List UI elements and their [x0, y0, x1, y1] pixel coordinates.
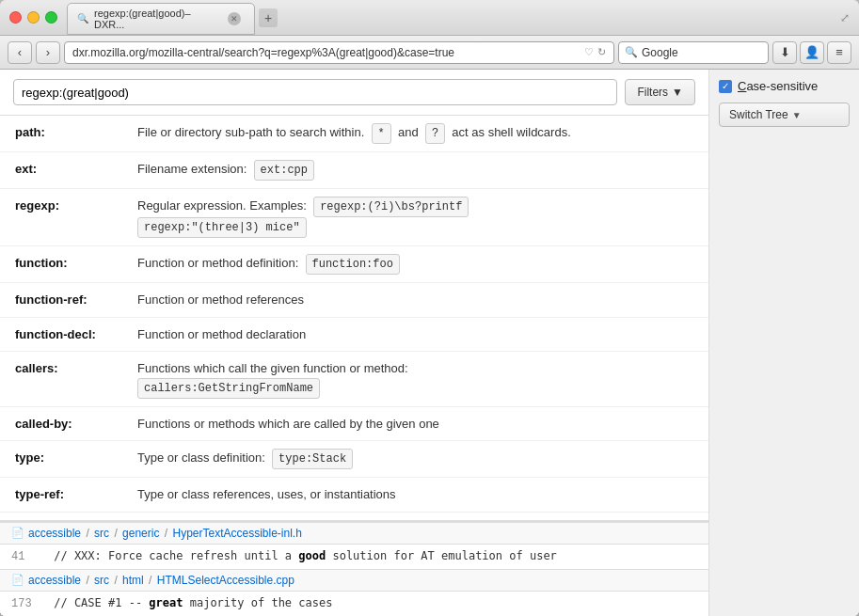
- switch-tree-arrow-icon: ▼: [792, 110, 802, 120]
- back-button[interactable]: ‹: [8, 41, 32, 64]
- case-sensitive-row: ✓ Case-sensitive: [719, 79, 850, 93]
- help-key-called-by: called-by:: [0, 406, 122, 441]
- file-icon-1: 📄: [11, 527, 24, 539]
- maximize-button[interactable]: [45, 11, 57, 24]
- search-icon: 🔍: [625, 46, 638, 58]
- code-regexp-1: regexp:(?i)\bs?printf: [313, 197, 469, 217]
- result-file-1: 📄 accessible / src / generic / HyperText…: [0, 522, 708, 545]
- user-button[interactable]: 👤: [800, 41, 824, 64]
- help-key-regexp: regexp:: [0, 189, 122, 246]
- url-bar[interactable]: dxr.mozilla.org/mozilla-central/search?q…: [64, 41, 614, 64]
- path-segment-accessible-2[interactable]: accessible: [28, 574, 81, 587]
- search-box-area: Filters ▼: [0, 70, 708, 116]
- help-key-type: type:: [0, 441, 122, 478]
- menu-icon: ≡: [835, 45, 843, 59]
- path-segment-html-2[interactable]: html: [122, 574, 144, 587]
- file-path-1[interactable]: accessible / src / generic / HyperTextAc…: [28, 527, 302, 540]
- help-val-type: Type or class definition: type:Stack: [122, 441, 708, 478]
- help-row-type-ref: type-ref: Type or class references, uses…: [0, 478, 708, 513]
- help-panel[interactable]: path: File or directory sub-path to sear…: [0, 116, 708, 520]
- new-tab-button[interactable]: +: [259, 8, 278, 27]
- file-icon-2: 📄: [11, 574, 24, 586]
- search-label: Google: [642, 46, 678, 59]
- tab-icon: 🔍: [77, 13, 88, 24]
- path-segment-generic-1[interactable]: generic: [122, 527, 159, 540]
- path-segment-accessible-1[interactable]: accessible: [28, 527, 81, 540]
- help-val-function-decl: Function or method declaration: [122, 317, 708, 352]
- help-val-callers: Functions which call the given function …: [122, 352, 708, 407]
- tab-close-button[interactable]: ✕: [228, 12, 241, 25]
- code-function-foo: function:foo: [306, 254, 400, 275]
- forward-icon: ›: [46, 45, 50, 59]
- search-query-input[interactable]: [13, 79, 617, 105]
- help-val-type-ref: Type or class references, uses, or insta…: [122, 478, 708, 513]
- minimize-button[interactable]: [27, 11, 40, 24]
- filters-label: Filters: [637, 86, 668, 99]
- right-sidebar: ✓ Case-sensitive Switch Tree ▼: [708, 70, 859, 616]
- help-key-function-decl: function-decl:: [0, 317, 122, 352]
- help-row-called-by: called-by: Functions or methods which ar…: [0, 406, 708, 441]
- line-number-2: 173: [11, 595, 40, 613]
- main-panel: Filters ▼ path: File or directory sub-pa…: [0, 70, 708, 616]
- filters-arrow-icon: ▼: [672, 86, 683, 99]
- help-key-function-ref: function-ref:: [0, 283, 122, 318]
- help-val-called-by: Functions or methods which are called by…: [122, 406, 708, 441]
- checkbox-check-icon: ✓: [722, 82, 729, 91]
- content-area: Filters ▼ path: File or directory sub-pa…: [0, 70, 859, 616]
- help-row-regexp: regexp: Regular expression. Examples: re…: [0, 189, 708, 246]
- menu-button[interactable]: ≡: [827, 41, 851, 64]
- forward-button[interactable]: ›: [36, 41, 60, 64]
- help-key-type-ref: type-ref:: [0, 478, 122, 513]
- traffic-lights: [9, 11, 57, 24]
- help-row-function-ref: function-ref: Function or method referen…: [0, 283, 708, 318]
- help-row-function: function: Function or method definition:…: [0, 246, 708, 283]
- code-type-stack: type:Stack: [272, 449, 353, 469]
- download-button[interactable]: ⬇: [772, 41, 797, 64]
- help-and-results: path: File or directory sub-path to sear…: [0, 116, 708, 616]
- help-key-callers: callers:: [0, 352, 122, 407]
- line-code-2: // CASE #1 -- great majority of the case…: [54, 596, 332, 609]
- bookmark-icon[interactable]: ♡: [584, 46, 594, 58]
- path-segment-file-1[interactable]: HyperTextAccessible-inl.h: [172, 527, 301, 540]
- google-search-bar[interactable]: 🔍 Google: [618, 41, 769, 64]
- results-area: 📄 accessible / src / generic / HyperText…: [0, 520, 708, 616]
- code-callers: callers:GetStringFromName: [137, 378, 320, 399]
- reload-icon[interactable]: ↻: [597, 46, 606, 58]
- tab-bar: 🔍 regexp:(great|good)– DXR... ✕ +: [67, 2, 278, 34]
- content-wrapper: path: File or directory sub-path to sear…: [0, 116, 708, 616]
- help-row-function-decl: function-decl: Function or method declar…: [0, 317, 708, 352]
- help-row-type: type: Type or class definition: type:Sta…: [0, 441, 708, 478]
- switch-tree-button[interactable]: Switch Tree ▼: [719, 103, 850, 127]
- help-row-ext: ext: Filename extension: ext:cpp: [0, 152, 708, 189]
- line-number-1: 41: [11, 548, 40, 566]
- path-segment-src-1[interactable]: src: [94, 527, 109, 540]
- file-path-2[interactable]: accessible / src / html / HTMLSelectAcce…: [28, 574, 294, 587]
- help-val-function-ref: Function or method references: [122, 283, 708, 318]
- help-key-ext: ext:: [0, 152, 122, 189]
- resize-icon: ⤢: [840, 11, 850, 24]
- result-line-1: 41 // XXX: Force cache refresh until a g…: [0, 545, 708, 569]
- code-regexp-2: regexp:"(three|3) mice": [137, 217, 307, 238]
- path-segment-src-2[interactable]: src: [94, 574, 109, 587]
- help-val-ext: Filename extension: ext:cpp: [122, 152, 708, 189]
- case-sensitive-checkbox[interactable]: ✓: [719, 80, 732, 93]
- code-ext-cpp: ext:cpp: [254, 160, 314, 181]
- switch-tree-label: Switch Tree: [729, 108, 788, 121]
- code-question: ?: [425, 123, 445, 144]
- url-icons: ♡ ↻: [584, 46, 606, 58]
- navbar: ‹ › dxr.mozilla.org/mozilla-central/sear…: [0, 36, 859, 70]
- case-sensitive-label[interactable]: Case-sensitive: [738, 79, 818, 93]
- nav-extra-buttons: ⬇ 👤 ≡: [772, 41, 851, 64]
- url-text: dxr.mozilla.org/mozilla-central/search?q…: [72, 46, 581, 59]
- user-icon: 👤: [804, 45, 819, 59]
- help-val-regexp: Regular expression. Examples: regexp:(?i…: [122, 189, 708, 246]
- help-val-function: Function or method definition: function:…: [122, 246, 708, 283]
- help-table: path: File or directory sub-path to sear…: [0, 116, 708, 513]
- active-tab[interactable]: 🔍 regexp:(great|good)– DXR... ✕: [67, 3, 255, 35]
- help-key-function: function:: [0, 246, 122, 283]
- help-row-path: path: File or directory sub-path to sear…: [0, 116, 708, 152]
- help-val-path: File or directory sub-path to search wit…: [122, 116, 708, 152]
- close-button[interactable]: [9, 11, 22, 24]
- filters-button[interactable]: Filters ▼: [625, 79, 695, 105]
- path-segment-file-2[interactable]: HTMLSelectAccessible.cpp: [157, 574, 294, 587]
